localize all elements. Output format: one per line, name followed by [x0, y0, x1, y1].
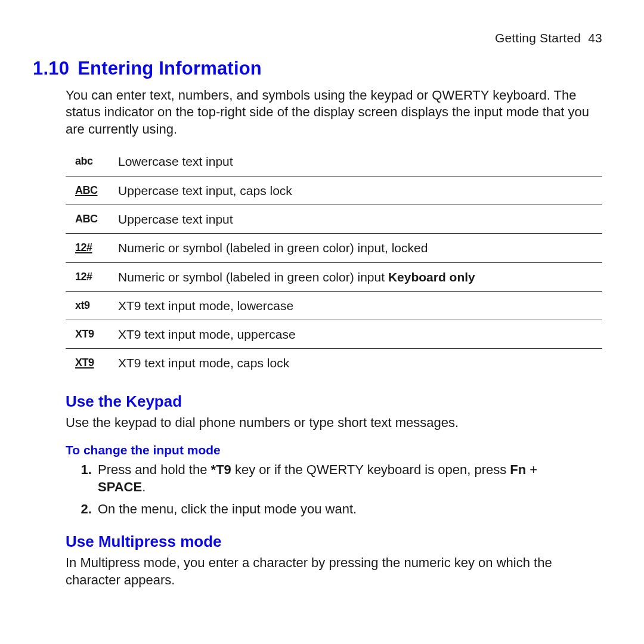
input-mode-description: Uppercase text input [118, 205, 602, 233]
table-row: xt9XT9 text input mode, lowercase [66, 291, 602, 320]
input-mode-description: XT9 text input mode, lowercase [118, 291, 602, 320]
table-row: abcLowercase text input [66, 147, 602, 176]
section-title: 1.10Entering Information [33, 57, 602, 80]
step-1-key-fn: Fn [510, 462, 526, 477]
table-row: XT9XT9 text input mode, uppercase [66, 320, 602, 349]
input-mode-icon: XT9 [66, 320, 118, 349]
table-row: 12#Numeric or symbol (labeled in green c… [66, 262, 602, 291]
input-mode-description: XT9 text input mode, uppercase [118, 320, 602, 349]
input-mode-icon: XT9 [66, 349, 118, 377]
step-1-text-3: + [526, 462, 537, 477]
input-mode-icon: xt9 [66, 291, 118, 320]
table-row: ABCUppercase text input [66, 205, 602, 233]
multipress-heading: Use Multipress mode [66, 532, 602, 552]
keypad-body: Use the keypad to dial phone numbers or … [66, 414, 602, 432]
input-mode-description: Uppercase text input, caps lock [118, 176, 602, 205]
table-row: XT9XT9 text input mode, caps lock [66, 349, 602, 377]
input-mode-icon: ABC [66, 205, 118, 233]
table-row: 12#Numeric or symbol (labeled in green c… [66, 234, 602, 262]
section-number: 1.10 [33, 57, 69, 80]
change-input-mode-heading: To change the input mode [66, 442, 602, 458]
step-1-key-t9: *T9 [211, 462, 231, 477]
input-mode-description: Lowercase text input [118, 147, 602, 176]
step-1-key-space: SPACE [98, 479, 142, 494]
input-mode-description: XT9 text input mode, caps lock [118, 349, 602, 377]
input-mode-indicator-table: abcLowercase text inputABCUppercase text… [66, 147, 602, 377]
page-number: 43 [588, 31, 602, 45]
keypad-heading: Use the Keypad [66, 392, 602, 412]
change-input-mode-steps: Press and hold the *T9 key or if the QWE… [66, 462, 602, 518]
section-intro: You can enter text, numbers, and symbols… [66, 87, 602, 138]
input-mode-description: Numeric or symbol (labeled in green colo… [118, 262, 602, 291]
step-2: On the menu, click the input mode you wa… [95, 501, 602, 518]
table-row: ABCUppercase text input, caps lock [66, 176, 602, 205]
multipress-body: In Multipress mode, you enter a characte… [66, 555, 602, 589]
step-1-text-2: key or if the QWERTY keyboard is open, p… [231, 462, 510, 477]
input-mode-icon: 12# [66, 262, 118, 291]
chapter-name: Getting Started [495, 31, 581, 45]
step-1: Press and hold the *T9 key or if the QWE… [95, 462, 602, 496]
input-mode-icon: ABC [66, 176, 118, 205]
step-1-text-4: . [142, 479, 145, 494]
input-mode-icon: abc [66, 147, 118, 176]
section-title-text: Entering Information [78, 58, 262, 79]
page-header: Getting Started 43 [66, 30, 602, 46]
input-mode-icon: 12# [66, 234, 118, 262]
step-1-text: Press and hold the [98, 462, 211, 477]
input-mode-description: Numeric or symbol (labeled in green colo… [118, 234, 602, 262]
